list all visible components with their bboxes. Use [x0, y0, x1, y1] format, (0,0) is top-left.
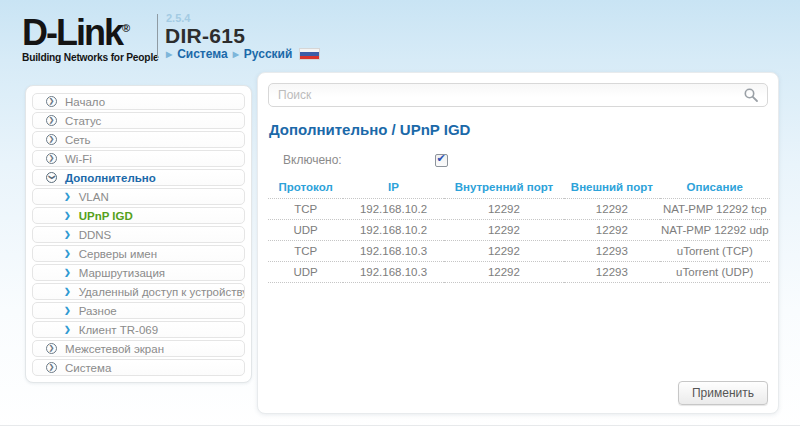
table-cell: 12292	[444, 241, 564, 262]
chevron-right-icon: ❯	[64, 212, 71, 220]
circled-chevron-right-icon: ❯	[46, 153, 57, 164]
table-row: TCP192.168.10.21229212292NAT-PMP 12292 t…	[268, 199, 770, 220]
sidebar-item-wifi[interactable]: ❯Wi-Fi	[32, 150, 245, 167]
sidebar: ❯Начало❯Статус❯Сеть❯Wi-Fi❯Дополнительно❯…	[25, 85, 252, 383]
table-cell: 12292	[444, 220, 564, 241]
table-cell: TCP	[268, 241, 343, 262]
table-cell: 12292	[564, 220, 659, 241]
search-input[interactable]	[268, 83, 768, 107]
sidebar-item-label: DDNS	[79, 229, 112, 241]
chevron-right-icon: ❯	[64, 193, 71, 201]
table-cell: uTorrent (TCP)	[660, 241, 770, 262]
dlink-logo-text: D-Link®	[22, 10, 154, 51]
logo-tagline: Building Networks for People	[22, 52, 154, 63]
apply-button[interactable]: Применить	[678, 381, 768, 405]
table-cell: uTorrent (UDP)	[660, 262, 770, 283]
sidebar-item-label: Серверы имен	[79, 248, 157, 260]
sidebar-item-label: Маршрутизация	[79, 267, 165, 279]
table-cell: NAT-PMP 12292 tcp	[660, 199, 770, 220]
column-header: Описание	[660, 177, 770, 199]
table-row: TCP192.168.10.31229212293uTorrent (TCP)	[268, 241, 770, 262]
dlink-logo: D-Link® Building Networks for People	[22, 10, 154, 63]
chevron-right-icon: ❯	[64, 326, 71, 334]
model-name: DIR-615	[165, 24, 245, 48]
sidebar-item-remote-access[interactable]: ❯Удаленный доступ к устройству	[32, 283, 245, 300]
table-cell: 12292	[444, 262, 564, 283]
language-link[interactable]: Русский	[244, 47, 293, 61]
firmware-version: 2.5.4	[166, 12, 190, 24]
circled-chevron-right-icon: ❯	[46, 96, 57, 107]
table-cell: 192.168.10.2	[343, 220, 443, 241]
sidebar-item-status[interactable]: ❯Статус	[32, 112, 245, 129]
table-cell: 192.168.10.3	[343, 241, 443, 262]
table-cell: 12292	[564, 199, 659, 220]
circled-chevron-right-icon: ❯	[46, 115, 57, 126]
column-header: Внутренний порт	[444, 177, 564, 199]
sidebar-item-upnp-igd[interactable]: ❯UPnP IGD	[32, 207, 245, 224]
sidebar-item-vlan[interactable]: ❯VLAN	[32, 188, 245, 205]
sidebar-item-dns-servers[interactable]: ❯Серверы имен	[32, 245, 245, 262]
page-title: Дополнительно / UPnP IGD	[269, 121, 470, 138]
sidebar-item-advanced[interactable]: ❯Дополнительно	[32, 169, 245, 186]
system-link[interactable]: Система	[177, 47, 228, 61]
sidebar-item-tr069-client[interactable]: ❯Клиент TR-069	[32, 321, 245, 338]
russia-flag-icon[interactable]	[299, 48, 320, 60]
content-panel: Дополнительно / UPnP IGD Включено: Прото…	[257, 72, 779, 414]
circled-chevron-right-icon: ❯	[46, 343, 57, 354]
header-links: ▶ Система ▶ Русский	[166, 47, 320, 61]
upnp-mappings-table: ПротоколIPВнутренний портВнешний портОпи…	[268, 177, 770, 283]
circled-chevron-right-icon: ❯	[46, 134, 57, 145]
arrow-right-icon: ▶	[233, 50, 239, 59]
table-cell: 12293	[564, 241, 659, 262]
sidebar-item-label: Дополнительно	[65, 172, 156, 184]
sidebar-item-label: VLAN	[79, 191, 109, 203]
sidebar-item-network[interactable]: ❯Сеть	[32, 131, 245, 148]
sidebar-item-label: UPnP IGD	[79, 210, 133, 222]
sidebar-item-home[interactable]: ❯Начало	[32, 93, 245, 110]
sidebar-item-label: Статус	[65, 115, 101, 127]
sidebar-item-routing[interactable]: ❯Маршрутизация	[32, 264, 245, 281]
chevron-right-icon: ❯	[64, 250, 71, 258]
chevron-right-icon: ❯	[64, 231, 71, 239]
sidebar-item-label: Клиент TR-069	[79, 324, 158, 336]
table-cell: TCP	[268, 199, 343, 220]
circled-chevron-down-icon: ❯	[46, 172, 57, 183]
table-row: UDP192.168.10.21229212292NAT-PMP 12292 u…	[268, 220, 770, 241]
footer-strip	[0, 425, 800, 431]
search-box	[268, 83, 768, 107]
sidebar-item-label: Wi-Fi	[65, 153, 92, 165]
table-header: ПротоколIPВнутренний портВнешний портОпи…	[268, 177, 770, 199]
sidebar-item-label: Система	[65, 362, 111, 374]
table-cell: 192.168.10.2	[343, 199, 443, 220]
column-header: Внешний порт	[564, 177, 659, 199]
sidebar-item-label: Межсетевой экран	[65, 343, 164, 355]
sidebar-item-firewall[interactable]: ❯Межсетевой экран	[32, 340, 245, 357]
sidebar-item-label: Разное	[79, 305, 117, 317]
table-cell: UDP	[268, 220, 343, 241]
table-cell: NAT-PMP 12292 udp	[660, 220, 770, 241]
sidebar-item-label: Сеть	[65, 134, 91, 146]
header-divider	[157, 14, 158, 58]
enabled-row: Включено:	[283, 153, 448, 167]
sidebar-item-label: Начало	[65, 96, 105, 108]
sidebar-item-label: Удаленный доступ к устройству	[79, 286, 245, 298]
enabled-checkbox[interactable]	[435, 154, 448, 167]
arrow-right-icon: ▶	[166, 50, 172, 59]
table-row: UDP192.168.10.31229212293uTorrent (UDP)	[268, 262, 770, 283]
router-admin-page: D-Link® Building Networks for People 2.5…	[0, 0, 800, 431]
enabled-label: Включено:	[283, 153, 435, 167]
column-header: Протокол	[268, 177, 343, 199]
circled-chevron-right-icon: ❯	[46, 362, 57, 373]
chevron-right-icon: ❯	[64, 269, 71, 277]
sidebar-item-misc[interactable]: ❯Разное	[32, 302, 245, 319]
chevron-right-icon: ❯	[64, 307, 71, 315]
sidebar-item-ddns[interactable]: ❯DDNS	[32, 226, 245, 243]
search-icon	[743, 87, 759, 103]
sidebar-item-system[interactable]: ❯Система	[32, 359, 245, 376]
registered-mark: ®	[122, 22, 130, 34]
table-cell: 192.168.10.3	[343, 262, 443, 283]
table-cell: UDP	[268, 262, 343, 283]
column-header: IP	[343, 177, 443, 199]
chevron-right-icon: ❯	[64, 288, 71, 296]
table-cell: 12293	[564, 262, 659, 283]
